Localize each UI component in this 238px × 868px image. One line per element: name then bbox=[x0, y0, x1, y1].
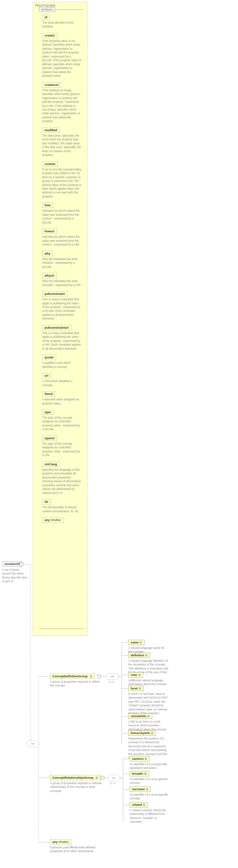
attribute-desc: Indicates by which means the value was e… bbox=[42, 209, 81, 225]
connector bbox=[38, 778, 50, 778]
sequence-node-main: ••• bbox=[26, 741, 39, 747]
root-element-desc: A set of Items around the same theme tha… bbox=[2, 568, 29, 584]
attribute: modifiedThe date (and, optionally, the t… bbox=[42, 127, 81, 157]
leaf-box[interactable]: broader bbox=[130, 771, 149, 776]
attribute-name[interactable]: creatoruri bbox=[42, 82, 61, 88]
leaf-box[interactable]: narrower bbox=[130, 787, 151, 792]
attribute-desc: If the attribute is empty, specifies whi… bbox=[42, 89, 81, 123]
leaf-box[interactable]: facet bbox=[128, 686, 144, 691]
leaf-name: nameA natural language name for the conc… bbox=[128, 640, 169, 654]
attribute-name[interactable]: how bbox=[42, 203, 53, 208]
group-definition-desc: A group of properties required to define… bbox=[50, 680, 101, 688]
connector bbox=[123, 774, 130, 774]
leaf-box[interactable]: name bbox=[128, 640, 144, 645]
attribute: xml:langSpecifies the language of this p… bbox=[42, 462, 81, 495]
group-definition: ConceptDefinitionGroup A group of proper… bbox=[50, 674, 101, 688]
attribute: uriA URI which identifies a concept. bbox=[42, 373, 81, 387]
leaf-box[interactable]: sameAs bbox=[130, 756, 150, 761]
connector bbox=[118, 676, 122, 677]
leaf-desc: An identifier of a more generic concept. bbox=[130, 777, 170, 785]
attribute: howIndicates by which means the value wa… bbox=[42, 203, 81, 225]
leaf-desc: A related concept, where the relationshi… bbox=[130, 808, 170, 824]
attribute: qcodeA qualified code which identifies a… bbox=[42, 355, 81, 369]
attribute-name[interactable]: uri bbox=[42, 373, 51, 378]
attribute: typeuriThe type of the concept assigned … bbox=[42, 436, 81, 458]
connector bbox=[122, 675, 128, 675]
attribute: typeThe type of the concept assigned as … bbox=[42, 409, 81, 431]
attribute: literalA free-text value assigned as pro… bbox=[42, 391, 81, 405]
attribute-any: any ##other bbox=[42, 517, 81, 523]
attribute-name[interactable]: creator bbox=[42, 33, 57, 38]
attribute-any-box[interactable]: any ##other bbox=[42, 517, 63, 523]
connector bbox=[122, 642, 128, 643]
connector bbox=[120, 778, 123, 778]
attributes-panel: attributes idThe local identifier of the… bbox=[39, 9, 83, 629]
group-relationships-desc: A group of properties required to indica… bbox=[50, 781, 104, 793]
leaf-box[interactable]: remoteInfo bbox=[128, 713, 152, 719]
connector bbox=[38, 676, 50, 677]
attribute: creatorIf the property value is not defi… bbox=[42, 33, 81, 78]
attribute-name[interactable]: qcode bbox=[42, 355, 56, 360]
attributes-header: attributes bbox=[39, 7, 55, 12]
sequence-node-def: ••• bbox=[106, 673, 119, 680]
attribute-name[interactable]: pubconstrainturi bbox=[42, 325, 71, 330]
attribute-desc: The local identifier of the property. bbox=[42, 21, 81, 29]
attribute-name[interactable]: literal bbox=[42, 391, 55, 397]
leaf-broader: broaderAn identifier of a more generic c… bbox=[130, 771, 170, 785]
group-relationships: ConceptRelationshipsGroup A group of pro… bbox=[50, 775, 104, 793]
connector bbox=[122, 733, 128, 733]
attribute-name[interactable]: type bbox=[42, 409, 53, 415]
leaf-box[interactable]: related bbox=[130, 802, 148, 807]
attribute: pubconstraintOne or many constraints tha… bbox=[42, 291, 81, 321]
attribute-name[interactable]: typeuri bbox=[42, 436, 57, 441]
attribute-name[interactable]: custom bbox=[42, 161, 58, 167]
attribute-name[interactable]: modified bbox=[42, 127, 60, 133]
occurrence-any: 0..∞ bbox=[71, 845, 76, 848]
leaf-sameAs: sameAsAn identifier of a concept with eq… bbox=[130, 756, 170, 770]
root-element[interactable]: memberOf bbox=[2, 561, 22, 567]
leaf-box[interactable]: hierarchyInfo bbox=[128, 730, 156, 736]
connector bbox=[123, 757, 123, 822]
leaf-box[interactable]: note bbox=[128, 672, 143, 678]
leaf-facet: facetIn NAR 1.8 and later, facet is depr… bbox=[128, 686, 169, 715]
connector bbox=[38, 676, 39, 842]
attribute-desc: One or many constraints that apply to pu… bbox=[42, 298, 81, 321]
attribute-desc: If set to true the corresponding propert… bbox=[42, 168, 81, 199]
attribute-name[interactable]: why bbox=[42, 251, 53, 256]
connector bbox=[122, 655, 128, 656]
leaf-desc: In NAR 1.8 and later, facet is deprecate… bbox=[128, 692, 169, 715]
attribute-name[interactable]: pubconstraint bbox=[42, 291, 67, 297]
leaf-hierarchyInfo: hierarchyInfoRepresents the position of … bbox=[128, 730, 169, 760]
leaf-remoteInfo: remoteInfoA link to an item or a web res… bbox=[128, 713, 169, 731]
leaf-box[interactable]: definition bbox=[128, 653, 150, 658]
attribute-desc: If the property value is not defined, sp… bbox=[42, 39, 81, 78]
group-relationships-box[interactable]: ConceptRelationshipsGroup bbox=[50, 775, 101, 780]
connector bbox=[122, 688, 128, 689]
attribute-name[interactable]: howuri bbox=[42, 229, 57, 234]
attribute: dirThe directionality of textual content… bbox=[42, 499, 81, 513]
leaf-related: relatedA related concept, where the rela… bbox=[130, 802, 170, 824]
attribute: customIf set to true the corresponding p… bbox=[42, 161, 81, 199]
leaf-note: noteAdditional natural language informat… bbox=[128, 672, 169, 686]
expand-icon[interactable]: − bbox=[20, 562, 23, 566]
attribute-desc: A free-text value assigned as property v… bbox=[42, 398, 81, 405]
connector bbox=[104, 778, 107, 778]
connector bbox=[122, 716, 128, 717]
attribute-desc: A URI which identifies a concept. bbox=[42, 379, 81, 387]
attribute-name[interactable]: xml:lang bbox=[42, 462, 59, 467]
occurrence-rel: 0..∞ bbox=[110, 782, 115, 785]
attribute-desc: The directionality of textual content (e… bbox=[42, 506, 81, 513]
attribute: whyuriWhy the metadata has been included… bbox=[42, 273, 81, 287]
diagram-canvas: Flex1PropType attributes idThe local ide… bbox=[0, 0, 238, 868]
attribute: howuriIndicates by which means the value… bbox=[42, 229, 81, 247]
attribute: whyWhy the metadata has been included - … bbox=[42, 251, 81, 269]
any-element-box[interactable]: any ##other bbox=[50, 839, 71, 845]
group-definition-box[interactable]: ConceptDefinitionGroup bbox=[50, 674, 95, 679]
attribute: idThe local identifier of the property. bbox=[42, 15, 81, 29]
attribute-name[interactable]: whyuri bbox=[42, 273, 57, 278]
leaf-narrower: narrowerAn identifier of a more specific… bbox=[130, 787, 170, 801]
attribute-name[interactable]: dir bbox=[42, 499, 51, 505]
leaf-desc: Additional natural language information … bbox=[128, 679, 169, 686]
attribute-desc: The type of the concept assigned as cont… bbox=[42, 442, 81, 458]
attribute-name[interactable]: id bbox=[42, 15, 50, 20]
